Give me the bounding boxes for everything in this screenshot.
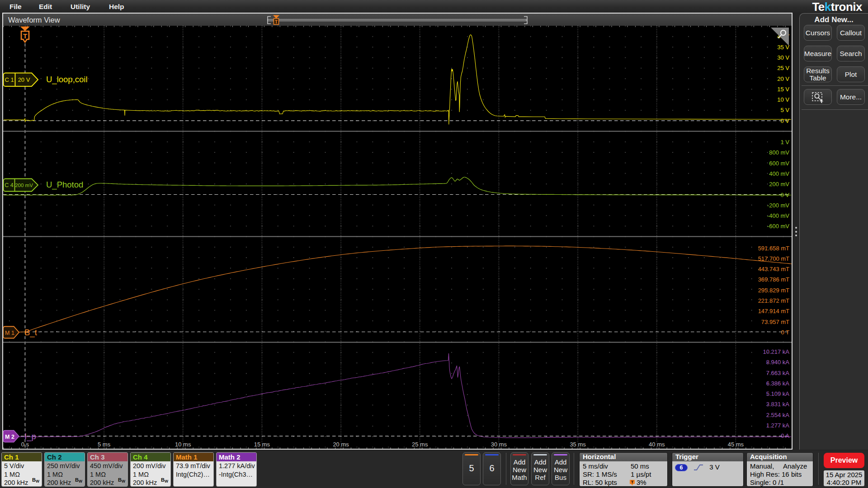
svg-text:20 ms: 20 ms <box>333 441 349 448</box>
svg-text:221.872 mT: 221.872 mT <box>758 297 789 304</box>
svg-text:15 ms: 15 ms <box>254 441 270 448</box>
svg-text:2.554 kA: 2.554 kA <box>766 412 790 418</box>
svg-text:200 mV: 200 mV <box>769 181 789 188</box>
svg-text:C 1: C 1 <box>5 76 14 83</box>
svg-text:I_p: I_p <box>24 432 36 441</box>
svg-text:443.743 mT: 443.743 mT <box>758 266 789 272</box>
svg-text:73.957 mT: 73.957 mT <box>761 319 789 325</box>
svg-text:30 ms: 30 ms <box>491 441 507 448</box>
svg-text:3.831 kA: 3.831 kA <box>766 401 790 408</box>
svg-text:20 V: 20 V <box>18 76 30 83</box>
svg-text:800 mV: 800 mV <box>769 149 789 156</box>
svg-text:5 V: 5 V <box>780 107 789 113</box>
svg-text:200 mV: 200 mV <box>15 183 33 188</box>
svg-text:-200 mV: -200 mV <box>767 202 789 209</box>
svg-text:T: T <box>23 32 27 40</box>
svg-text:5.109 kA: 5.109 kA <box>766 390 790 397</box>
svg-text:-600 mV: -600 mV <box>767 223 789 230</box>
svg-text:600 mV: 600 mV <box>769 160 789 167</box>
svg-text:0 V: 0 V <box>780 117 789 124</box>
svg-text:369.786 mT: 369.786 mT <box>758 276 789 283</box>
svg-text:1.277 kA: 1.277 kA <box>766 422 790 429</box>
svg-text:400 mV: 400 mV <box>769 170 789 177</box>
svg-text:6.386 kA: 6.386 kA <box>766 380 790 387</box>
svg-text:25 V: 25 V <box>777 65 789 71</box>
svg-text:0 A: 0 A <box>781 432 789 439</box>
svg-text:25 ms: 25 ms <box>412 441 428 448</box>
svg-text:0 V: 0 V <box>780 192 789 198</box>
svg-text:5 ms: 5 ms <box>98 441 111 448</box>
svg-text:0 T: 0 T <box>781 329 789 336</box>
svg-text:10 V: 10 V <box>777 96 789 103</box>
svg-text:147.914 mT: 147.914 mT <box>758 308 789 314</box>
svg-text:U_loop,coil: U_loop,coil <box>46 75 88 84</box>
svg-text:295.829 mT: 295.829 mT <box>758 287 789 294</box>
svg-text:1 V: 1 V <box>780 139 789 145</box>
svg-text:U_Photod: U_Photod <box>46 180 83 190</box>
svg-text:20 V: 20 V <box>777 75 789 82</box>
svg-text:M 2: M 2 <box>5 434 14 440</box>
svg-text:35 V: 35 V <box>777 44 789 51</box>
svg-text:517.700 mT: 517.700 mT <box>758 255 789 262</box>
svg-text:7.663 kA: 7.663 kA <box>766 370 790 376</box>
svg-text:10 ms: 10 ms <box>175 441 191 448</box>
svg-text:T: T <box>631 480 634 484</box>
svg-text:-400 mV: -400 mV <box>767 212 789 219</box>
svg-text:10.217 kA: 10.217 kA <box>763 348 789 355</box>
svg-text:35 ms: 35 ms <box>570 441 586 448</box>
svg-text:B_t: B_t <box>24 328 37 338</box>
svg-text:C 4: C 4 <box>5 182 14 188</box>
svg-text:30 V: 30 V <box>777 54 789 61</box>
svg-text:15 V: 15 V <box>777 86 789 93</box>
svg-text:M 1: M 1 <box>5 330 14 336</box>
svg-text:0 s: 0 s <box>21 441 29 448</box>
svg-text:40 ms: 40 ms <box>649 441 665 448</box>
svg-text:8.940 kA: 8.940 kA <box>766 359 790 366</box>
svg-text:591.658 mT: 591.658 mT <box>758 245 789 252</box>
svg-text:T: T <box>275 19 278 24</box>
svg-text:45 ms: 45 ms <box>728 441 744 448</box>
